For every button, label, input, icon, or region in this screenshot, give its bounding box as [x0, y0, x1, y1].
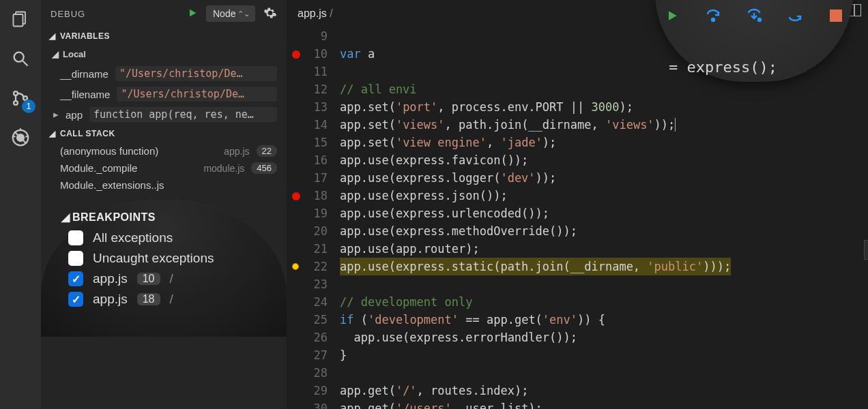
- debug-icon[interactable]: [7, 124, 34, 151]
- magnified-code: = express();: [669, 59, 777, 76]
- callstack-header[interactable]: ◢CALL STACK: [41, 125, 287, 142]
- bp-line: 10: [137, 273, 160, 285]
- frame-file: app.js: [224, 146, 249, 157]
- checkbox-unchecked[interactable]: [68, 230, 83, 245]
- tab-appjs[interactable]: app.js /: [298, 7, 333, 20]
- var-value: "/Users/christop/De…: [117, 87, 277, 102]
- breakpoints-header[interactable]: ◢BREAKPOINTS: [53, 207, 274, 228]
- search-icon[interactable]: [7, 45, 34, 72]
- debug-header: DEBUG Node ⌃⌄: [41, 0, 287, 27]
- breakpoint-all-exceptions[interactable]: All exceptions: [53, 228, 274, 248]
- breakpoints-section: ◢BREAKPOINTS All exceptions Uncaught exc…: [41, 199, 287, 337]
- chevron-down-icon: ◢: [49, 129, 56, 138]
- svg-point-9: [17, 134, 24, 141]
- variables-section: ◢VARIABLES ◢Local __dirname "/Users/chri…: [41, 27, 287, 125]
- breakpoint-dot[interactable]: [292, 192, 300, 200]
- breakpoint-dot[interactable]: [292, 50, 300, 59]
- svg-point-5: [14, 101, 18, 105]
- stack-frame[interactable]: (anonymous function) app.js 22: [41, 142, 287, 160]
- var-value: "/Users/christop/De…: [115, 66, 277, 81]
- frame-line: 22: [257, 145, 277, 157]
- editor: app.js / 9 10var a 11 12// all envi 13ap…: [287, 0, 868, 409]
- variable-row[interactable]: __filename "/Users/christop/De…: [41, 84, 287, 104]
- breakpoint-item[interactable]: app.js 18 /: [53, 289, 274, 309]
- debug-title: DEBUG: [50, 9, 179, 19]
- chevron-down-icon: ◢: [49, 31, 56, 41]
- debug-sidebar: DEBUG Node ⌃⌄ ◢VARIABLES ◢Local __dirnam…: [41, 0, 287, 409]
- var-name: __filename: [60, 89, 110, 100]
- chevron-right-icon: ▸: [53, 108, 59, 121]
- svg-line-11: [13, 136, 16, 137]
- var-name: app: [66, 109, 83, 121]
- variable-row[interactable]: ▸ app function app(req, res, ne…: [41, 104, 287, 125]
- scm-badge: 1: [22, 100, 35, 113]
- variable-row[interactable]: __dirname "/Users/christop/De…: [41, 63, 287, 84]
- local-scope[interactable]: ◢Local: [41, 45, 287, 63]
- svg-point-4: [14, 91, 18, 95]
- hover-tooltip: "/Users/christop/Desktop/lab-demo/ex: [864, 240, 868, 260]
- svg-point-14: [758, 18, 761, 21]
- frame-fn: Module._compile: [60, 162, 197, 174]
- checkbox-checked[interactable]: [68, 271, 83, 286]
- svg-line-12: [26, 136, 29, 137]
- svg-rect-1: [14, 14, 23, 27]
- svg-point-13: [712, 18, 714, 21]
- svg-point-2: [14, 52, 24, 62]
- debug-config-select[interactable]: Node: [206, 5, 255, 22]
- current-frame-marker: [291, 262, 300, 271]
- chevron-down-icon: ◢: [61, 211, 68, 224]
- stack-frame[interactable]: Module._compile module.js 456: [41, 160, 287, 177]
- var-name: __dirname: [60, 68, 108, 80]
- code-area[interactable]: 9 10var a 11 12// all envi 13app.set('po…: [287, 27, 868, 409]
- var-value: function app(req, res, ne…: [89, 107, 277, 122]
- frame-line: 456: [251, 162, 277, 174]
- activity-bar: 1: [0, 0, 41, 409]
- step-out-button[interactable]: [786, 7, 804, 25]
- callstack-section: ◢CALL STACK (anonymous function) app.js …: [41, 125, 287, 194]
- start-debug-button[interactable]: [187, 7, 198, 20]
- source-control-icon[interactable]: 1: [7, 85, 34, 112]
- bp-line: 18: [137, 293, 160, 305]
- breakpoint-item[interactable]: app.js 10 /: [53, 269, 274, 289]
- step-over-button[interactable]: [704, 7, 722, 25]
- continue-button[interactable]: [663, 7, 681, 25]
- frame-file: module.js: [203, 163, 244, 174]
- stop-button[interactable]: [827, 7, 845, 25]
- breakpoint-uncaught-exceptions[interactable]: Uncaught exceptions: [53, 248, 274, 269]
- svg-line-3: [23, 61, 28, 66]
- checkbox-checked[interactable]: [68, 292, 83, 307]
- frame-fn: (anonymous function): [60, 145, 217, 157]
- variables-header[interactable]: ◢VARIABLES: [41, 27, 287, 45]
- stack-frame[interactable]: Module._extensions..js: [41, 177, 287, 194]
- checkbox-unchecked[interactable]: [68, 251, 83, 266]
- chevron-down-icon: ◢: [52, 49, 59, 59]
- step-into-button[interactable]: [745, 7, 763, 25]
- gear-icon[interactable]: [263, 6, 277, 22]
- frame-fn: Module._extensions..js: [60, 179, 277, 191]
- current-execution-line: 22app.use(express.static(path.join(__dir…: [287, 258, 868, 275]
- explorer-icon[interactable]: [7, 5, 34, 33]
